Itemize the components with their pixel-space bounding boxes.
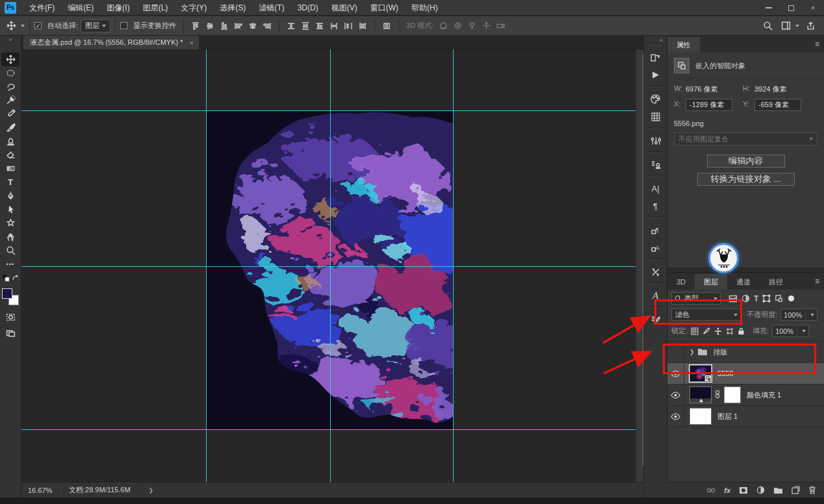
tab-paths[interactable]: 路径 [760,274,792,290]
convert-to-linked-button[interactable]: 转换为链接对象 ... [697,173,795,186]
layers-panel-menu-icon[interactable]: ≡ [815,277,819,286]
layer-row-5556[interactable]: 5556 [667,363,824,384]
menu-filter[interactable]: 滤镜(T) [252,0,290,16]
fill-layer-thumbnail[interactable] [689,386,712,403]
lock-artboard-icon[interactable] [726,327,734,335]
filter-smart-object-icon[interactable] [775,294,783,303]
link-layers-icon[interactable] [706,488,715,493]
close-button[interactable]: × [802,0,824,16]
workspace-switcher-icon[interactable] [779,19,793,33]
eraser-tool[interactable] [1,148,19,162]
visibility-toggle[interactable] [667,406,684,427]
type-tool[interactable]: T [1,175,19,189]
document-tab[interactable]: 液态金属.psd @ 16.7% (5556, RGB/8#/CMYK) * × [23,36,199,49]
zoom-level-field[interactable]: 16.67% [21,486,60,494]
menu-3d[interactable]: 3D(D) [291,0,325,16]
lock-all-icon[interactable] [738,327,745,335]
lock-position-icon[interactable] [714,327,722,335]
auto-select-checkbox[interactable]: ✓ [34,22,42,29]
menu-select[interactable]: 选择(S) [213,0,252,16]
clone-stamp-tool[interactable] [1,134,19,148]
minimize-button[interactable] [758,0,780,16]
distribute-top-icon[interactable] [284,19,298,33]
y-value-field[interactable]: -659 像素 [754,99,801,111]
zoom-tool[interactable] [1,244,19,257]
menu-view[interactable]: 视图(V) [325,0,364,16]
canvas-viewport[interactable] [21,49,643,482]
3d-orbit-icon[interactable] [436,19,450,33]
fill-field[interactable]: 100% [772,325,809,337]
filter-pixel-layers-icon[interactable] [728,294,738,303]
edit-contents-button[interactable]: 编辑内容 [707,155,785,168]
layer-comp-dropdown[interactable]: 不应用图层复合 [674,132,818,145]
new-group-icon[interactable] [773,486,783,494]
distribute-vertical-icon[interactable] [298,19,313,33]
layer-row-group[interactable]: ❯ 排版 [667,342,824,363]
brush-tool[interactable] [1,121,19,134]
gradient-tool[interactable] [1,162,19,175]
align-top-edges-icon[interactable] [188,19,203,33]
brush-settings-panel-button[interactable] [646,311,665,329]
move-tool-preset-icon[interactable] [4,19,18,33]
filter-adjustment-layers-icon[interactable] [741,294,750,303]
guide-vertical-1[interactable] [206,49,207,482]
menu-edit[interactable]: 编辑(E) [61,0,100,16]
character-styles-panel-button[interactable]: A [646,239,665,257]
screen-mode-button[interactable] [1,327,19,340]
pen-tool[interactable] [1,189,19,203]
menu-file[interactable]: 文件(F) [23,0,61,16]
align-left-edges-icon[interactable] [231,19,246,33]
layer-thumbnail[interactable] [689,365,712,382]
layer-row-layer1[interactable]: 图层 1 [667,406,824,427]
guide-horizontal-3[interactable] [21,429,636,430]
clone-source-panel-button[interactable] [646,156,665,173]
mask-link-icon[interactable] [715,390,720,400]
3d-pan-icon[interactable] [465,19,479,33]
properties-panel-menu-icon[interactable]: ≡ [815,40,819,49]
guide-horizontal-1[interactable] [21,110,636,111]
group-expand-chevron[interactable]: ❯ [689,349,695,355]
3d-slide-icon[interactable] [479,19,493,33]
share-icon[interactable] [803,19,818,33]
filter-type-layers-icon[interactable]: T [754,294,758,303]
layer-filter-toggle[interactable] [788,296,794,301]
lock-pixels-icon[interactable] [702,327,710,335]
new-layer-icon[interactable] [792,486,800,494]
search-icon[interactable] [760,19,775,33]
paragraph-styles-panel-button[interactable]: ¶ [646,221,665,239]
tab-properties[interactable]: 属性 [667,37,700,53]
tab-3d[interactable]: 3D [667,274,695,290]
align-horizontal-centers-icon[interactable] [246,19,260,33]
menu-layer[interactable]: 图层(L) [136,0,175,16]
3d-camera-icon[interactable] [493,19,508,33]
delete-layer-icon[interactable] [808,486,816,494]
distribute-bottom-icon[interactable] [313,19,327,33]
history-panel-button[interactable] [646,49,665,66]
hand-tool[interactable] [1,230,19,244]
layer-style-icon[interactable]: fx [724,486,730,494]
guide-horizontal-2[interactable] [21,266,636,267]
show-transform-checkbox[interactable] [120,22,127,29]
tab-close-icon[interactable]: × [190,39,194,47]
guide-vertical-3[interactable] [453,49,454,482]
layer-thumbnail[interactable] [689,408,712,425]
layer-name[interactable]: 颜色填充 1 [747,390,781,400]
document-canvas[interactable] [206,110,453,429]
layer-name[interactable]: 图层 1 [717,412,738,422]
visibility-toggle[interactable] [667,384,684,405]
menu-image[interactable]: 图像(I) [100,0,136,16]
tab-channels[interactable]: 通道 [727,274,760,290]
vertical-scrollbar[interactable] [636,49,643,482]
layer-mask-thumbnail[interactable] [724,386,741,403]
swap-colors-icon[interactable] [12,275,19,283]
lasso-tool[interactable] [1,80,19,94]
align-vertical-centers-icon[interactable] [203,19,217,33]
paragraph-panel-button[interactable]: ¶ [646,197,665,215]
tool-preset-caret[interactable] [21,25,25,27]
path-selection-tool[interactable] [1,203,19,216]
move-tool[interactable] [1,53,19,66]
marquee-tool[interactable] [1,66,19,80]
workspace-caret[interactable] [795,25,799,27]
3d-roll-icon[interactable] [450,19,465,33]
quick-mask-button[interactable] [1,310,19,324]
